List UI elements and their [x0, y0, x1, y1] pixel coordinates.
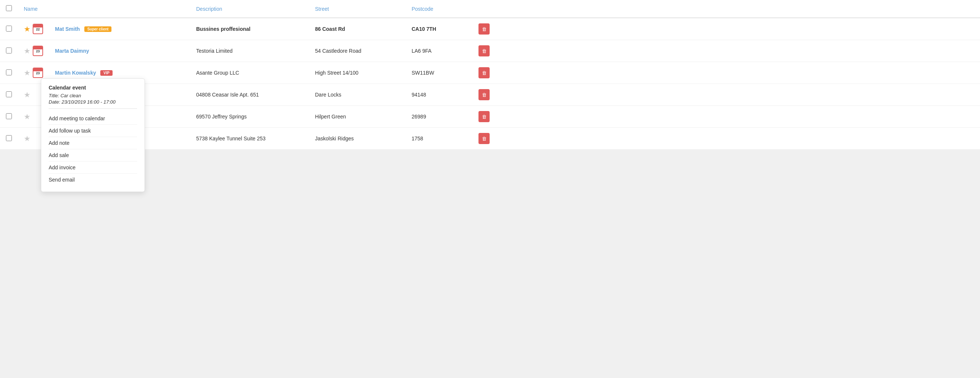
- table-row: ★22Mat SmithSuper clientBussines proffes…: [0, 18, 980, 40]
- postcode-cell: CA10 7TH: [406, 18, 473, 40]
- contact-name-link[interactable]: Martin Kowalsky: [55, 70, 96, 76]
- calendar-icon[interactable]: 23: [33, 46, 43, 56]
- table-row: ★tag2tag369570 Jeffrey SpringsHilpert Gr…: [0, 106, 980, 128]
- street-cell: 54 Castledore Road: [309, 40, 406, 62]
- action-cell: 🗑: [473, 106, 496, 128]
- row-checkbox-cell: [0, 40, 18, 62]
- table-row: ★04808 Ceasar Isle Apt. 651Dare Locks941…: [0, 84, 980, 106]
- action-cell: 🗑: [473, 128, 496, 149]
- row-checkbox-cell: [0, 84, 18, 106]
- star-icon[interactable]: ★: [24, 24, 30, 33]
- contact-name-link[interactable]: Marta Daimny: [55, 48, 89, 54]
- table-row: ★5738 Kaylee Tunnel Suite 253Jaskolski R…: [0, 128, 980, 149]
- delete-button[interactable]: 🗑: [479, 111, 490, 122]
- postcode-cell: SW11BW: [406, 62, 473, 84]
- calendar-icon[interactable]: 23: [33, 68, 43, 78]
- delete-button[interactable]: 🗑: [479, 133, 490, 144]
- postcode-cell: 94148: [406, 84, 473, 106]
- row-checkbox[interactable]: [6, 91, 12, 97]
- delete-button[interactable]: 🗑: [479, 24, 490, 35]
- street-cell: Jaskolski Ridges: [309, 128, 406, 149]
- postcode-cell: 1758: [406, 128, 473, 149]
- street-cell: 86 Coast Rd: [309, 18, 406, 40]
- description-cell: Testoria Limited: [190, 40, 309, 62]
- row-checkbox-cell: [0, 106, 18, 128]
- table-row: ★23Marta DaimnyTestoria Limited54 Castle…: [0, 40, 980, 62]
- action-cell: 🗑: [473, 18, 496, 40]
- star-icon[interactable]: ★: [24, 112, 30, 121]
- table-row: ★23Martin KowalskyVIPAsante Group LLCHig…: [0, 62, 980, 84]
- row-icons-cell: ★23: [18, 40, 49, 62]
- calendar-day: 22: [36, 28, 40, 31]
- bottom-area: [0, 149, 980, 224]
- select-all-header: [0, 0, 18, 18]
- action-cell: 🗑: [473, 84, 496, 106]
- name-cell: Marta Daimny: [49, 40, 190, 62]
- popup-action-send-email[interactable]: Send email: [49, 173, 137, 186]
- popup-action-add-note[interactable]: Add note: [49, 137, 137, 149]
- action-cell: 🗑: [473, 40, 496, 62]
- description-header: Description: [190, 0, 309, 18]
- popup-event-title: Title: Car clean: [49, 93, 137, 98]
- street-cell: High Street 14/100: [309, 62, 406, 84]
- postcode-cell: LA6 9FA: [406, 40, 473, 62]
- popup-action-add-meeting-to-calendar[interactable]: Add meeting to calendar: [49, 113, 137, 124]
- description-cell: 5738 Kaylee Tunnel Suite 253: [190, 128, 309, 149]
- contact-name-link[interactable]: Mat Smith: [55, 26, 80, 32]
- star-icon[interactable]: ★: [24, 68, 30, 77]
- popup-action-add-sale[interactable]: Add sale: [49, 149, 137, 161]
- star-icon[interactable]: ★: [24, 46, 30, 55]
- row-checkbox[interactable]: [6, 135, 12, 141]
- contact-badge: VIP: [100, 70, 112, 76]
- description-cell: Asante Group LLC: [190, 62, 309, 84]
- star-icon[interactable]: ★: [24, 90, 30, 99]
- street-cell: Dare Locks: [309, 84, 406, 106]
- row-checkbox-cell: [0, 128, 18, 149]
- postcode-header: Postcode: [406, 0, 473, 18]
- calendar-day: 23: [36, 50, 40, 53]
- street-cell: Hilpert Green: [309, 106, 406, 128]
- popup-title: Calendar event: [49, 85, 137, 91]
- action-header: [473, 0, 496, 18]
- street-header: Street: [309, 0, 406, 18]
- popup-action-add-follow-up-task[interactable]: Add follow up task: [49, 124, 137, 137]
- row-checkbox[interactable]: [6, 48, 12, 54]
- row-checkbox[interactable]: [6, 113, 12, 119]
- contact-badge: Super client: [84, 26, 111, 32]
- row-checkbox-cell: [0, 18, 18, 40]
- select-all-checkbox[interactable]: [6, 5, 12, 11]
- popup-event-date: Date: 23/10/2019 16:00 - 17:00: [49, 99, 137, 105]
- delete-button[interactable]: 🗑: [479, 45, 490, 56]
- calendar-icon[interactable]: 22: [33, 24, 43, 34]
- description-cell: Bussines proffesional: [190, 18, 309, 40]
- postcode-cell: 26989: [406, 106, 473, 128]
- row-checkbox[interactable]: [6, 70, 12, 75]
- calendar-popup: Calendar eventTitle: Car cleanDate: 23/1…: [41, 78, 145, 192]
- row-checkbox[interactable]: [6, 25, 12, 32]
- popup-action-add-invoice[interactable]: Add invoice: [49, 161, 137, 173]
- delete-button[interactable]: 🗑: [479, 89, 490, 100]
- description-cell: 69570 Jeffrey Springs: [190, 106, 309, 128]
- row-icons-cell: ★22: [18, 18, 49, 40]
- name-cell: Mat SmithSuper client: [49, 18, 190, 40]
- delete-button[interactable]: 🗑: [479, 67, 490, 78]
- calendar-day: 23: [36, 71, 40, 75]
- action-cell: 🗑: [473, 62, 496, 84]
- name-header: Name: [18, 0, 190, 18]
- row-checkbox-cell: [0, 62, 18, 84]
- star-icon[interactable]: ★: [24, 134, 30, 143]
- description-cell: 04808 Ceasar Isle Apt. 651: [190, 84, 309, 106]
